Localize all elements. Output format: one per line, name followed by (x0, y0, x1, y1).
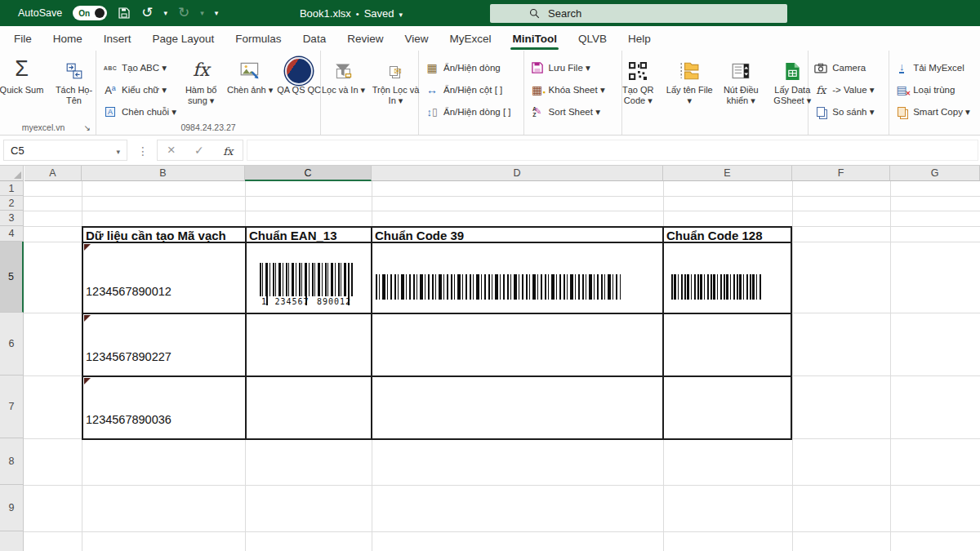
insert-function-icon[interactable] (223, 143, 233, 158)
column-header-E[interactable]: E (663, 166, 792, 181)
cell-b6[interactable]: 1234567890227 (86, 350, 172, 363)
loc-va-in-label: Lọc và In ▾ (320, 85, 368, 96)
quick-access-toolbar-caret-icon[interactable]: ▾ (215, 9, 219, 17)
cell-b7[interactable]: 1234567890036 (86, 413, 172, 426)
tab-review[interactable]: Review (336, 26, 394, 51)
select-all-corner[interactable] (0, 166, 24, 181)
sort-sheet-button[interactable]: Sort Sheet ▾ (530, 102, 605, 122)
table-border (82, 438, 792, 440)
row-header-4[interactable]: 4 (0, 226, 24, 242)
tab-formulas[interactable]: Formulas (225, 26, 292, 51)
ribbon-group-hide-show: Ẩn/Hiện dòng Ẩn/Hiện cột [ ] Ẩn/Hiện dòn… (419, 51, 524, 135)
remove-duplicates-icon (894, 83, 909, 96)
khoa-sheet-button[interactable]: Khóa Sheet ▾ (530, 80, 605, 100)
an-hien-cot-button[interactable]: Ẩn/Hiện cột [ ] (425, 80, 510, 100)
enter-icon[interactable] (194, 143, 204, 158)
row-header-3[interactable]: 3 (0, 211, 24, 226)
fx-small-icon (813, 84, 828, 96)
autosave-toggle[interactable]: On (73, 6, 107, 20)
column-header-D[interactable]: D (372, 166, 663, 181)
row-header-1[interactable]: 1 (0, 181, 24, 196)
cell-e4[interactable]: Chuẩn Code 128 (666, 229, 763, 242)
barcode-code39[interactable] (376, 274, 621, 300)
tao-abc-button[interactable]: Tạo ABC ▾ (103, 58, 176, 78)
nut-dieu-khien-button[interactable]: Nút Điều khiển ▾ (716, 55, 765, 109)
qa-qs-qc-label: QA QS QC (275, 85, 323, 96)
loc-va-in-button[interactable]: Lọc và In ▾ (319, 55, 368, 98)
camera-label: Camera (832, 63, 866, 73)
an-hien-dong2-button[interactable]: Ẩn/Hiện dòng [ ] (425, 102, 510, 122)
an-hien-dong-button[interactable]: Ẩn/Hiện dòng (425, 58, 510, 78)
tai-myexcel-button[interactable]: Tải MyExcel (894, 58, 970, 78)
cell-b4[interactable]: Dữ liệu cần tạo Mã vạch (86, 229, 226, 242)
gridline (24, 485, 980, 486)
cell-c4[interactable]: Chuẩn EAN_13 (249, 229, 337, 242)
tao-qr-code-button[interactable]: Tạo QR Code ▾ (613, 55, 662, 109)
column-header-F[interactable]: F (792, 166, 890, 181)
redo-caret-icon: ▾ (200, 9, 204, 17)
note-indicator-icon (84, 378, 91, 384)
undo-icon[interactable] (141, 7, 153, 20)
tach-ho-ten-button[interactable]: Tách Họ-Tên (50, 55, 99, 109)
row-header-8[interactable]: 8 (0, 438, 24, 485)
tab-file[interactable]: File (3, 26, 42, 51)
tab-myexcel[interactable]: MyExcel (439, 26, 501, 51)
row-header-6[interactable]: 6 (0, 313, 24, 375)
undo-caret-icon[interactable]: ▾ (163, 9, 167, 17)
chen-anh-button[interactable]: Chèn ảnh ▾ (225, 55, 274, 98)
ham-bo-sung-button[interactable]: Hàm bổ sung ▾ (176, 55, 225, 109)
tab-home[interactable]: Home (42, 26, 93, 51)
autosave-label: AutoSave (18, 7, 62, 19)
row-header-2[interactable]: 2 (0, 196, 24, 211)
save-icon[interactable] (118, 7, 131, 20)
barcode-code128[interactable] (671, 274, 761, 300)
tab-page-layout[interactable]: Page Layout (142, 26, 225, 51)
fx-to-value-button[interactable]: -> Value ▾ (813, 80, 874, 100)
kieu-chu-label: Kiểu chữ ▾ (122, 84, 167, 96)
tab-insert[interactable]: Insert (93, 26, 142, 51)
dialog-launcher-icon[interactable] (84, 123, 91, 132)
luu-file-button[interactable]: Lưu File ▾ (530, 58, 605, 78)
lay-ten-file-button[interactable]: Lấy tên File ▾ (665, 55, 714, 109)
column-header-B[interactable]: B (82, 166, 245, 181)
spreadsheet-grid[interactable]: Dữ liệu cần tạo Mã vạch Chuẩn EAN_13 Chu… (0, 166, 980, 551)
document-title[interactable]: Book1.xlsx Saved (253, 0, 449, 26)
smart-copy-button[interactable]: Smart Copy ▾ (894, 102, 970, 122)
row-header-partial[interactable] (0, 531, 24, 551)
name-box-caret-icon[interactable] (116, 144, 120, 157)
camera-icon (813, 63, 828, 73)
kieu-chu-button[interactable]: Kiểu chữ ▾ (103, 80, 176, 100)
column-header-A[interactable]: A (24, 166, 82, 181)
row-header-9[interactable]: 9 (0, 485, 24, 531)
an-hien-cot-label: Ẩn/Hiện cột [ ] (443, 85, 502, 95)
so-sanh-button[interactable]: So sánh ▾ (813, 102, 874, 122)
formula-input[interactable] (247, 140, 978, 161)
barcode-ean13[interactable]: 1 234567 890012 (260, 263, 353, 309)
tron-loc-va-in-button[interactable]: Trộn Lọc và In ▾ (372, 55, 421, 109)
ribbon-group-print: Lọc và In ▾ Trộn Lọc và In ▾ (321, 51, 419, 135)
ribbon-group-myexcel: Quick Sum Tách Họ-Tên myexcel.vn (0, 51, 96, 135)
tab-view[interactable]: View (394, 26, 439, 51)
loai-trung-button[interactable]: Loại trùng (894, 80, 970, 100)
quick-sum-button[interactable]: Quick Sum (0, 55, 47, 98)
column-header-G[interactable]: G (890, 166, 980, 181)
cell-d4[interactable]: Chuẩn Code 39 (375, 229, 464, 242)
autosave-state: On (78, 9, 90, 18)
name-box[interactable]: C5 (3, 140, 127, 161)
cell-b5[interactable]: 1234567890012 (86, 285, 172, 298)
ham-bo-sung-label: Hàm bổ sung ▾ (177, 85, 225, 106)
chen-chuoi-button[interactable]: Chèn chuỗi ▾ (103, 102, 176, 122)
cancel-icon[interactable] (167, 142, 176, 158)
tab-minitool[interactable]: MiniTool (501, 26, 567, 51)
tab-help[interactable]: Help (617, 26, 662, 51)
search-input[interactable]: Search (490, 4, 787, 23)
qa-qs-qc-button[interactable]: QA QS QC (274, 55, 323, 98)
tab-data[interactable]: Data (292, 26, 337, 51)
tab-qlvb[interactable]: QLVB (568, 26, 617, 51)
row-header-7[interactable]: 7 (0, 375, 24, 438)
column-header-C[interactable]: C (245, 166, 372, 181)
ribbon: Quick Sum Tách Họ-Tên myexcel.vn Tạo ABC… (0, 51, 980, 136)
row-header-5[interactable]: 5 (0, 242, 24, 313)
camera-button[interactable]: Camera (813, 58, 874, 78)
loai-trung-label: Loại trùng (913, 85, 955, 95)
